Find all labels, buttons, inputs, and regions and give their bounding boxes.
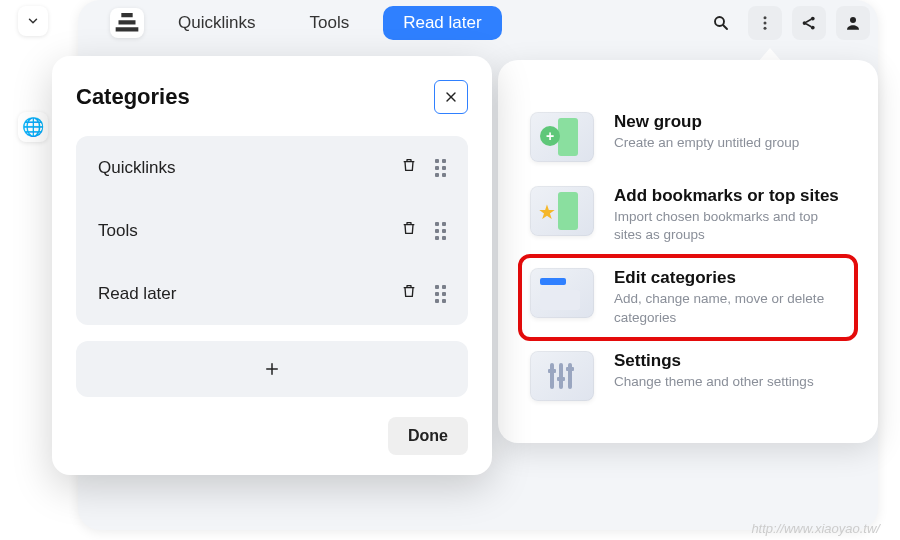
menu-sub: Add, change name, move or delete categor… (614, 290, 846, 326)
menu-item-new-group[interactable]: + New group Create an empty untitled gro… (520, 100, 856, 174)
add-category-button[interactable] (76, 341, 468, 397)
search-button[interactable] (704, 6, 738, 40)
collapse-button[interactable] (18, 6, 48, 36)
svg-line-8 (806, 19, 811, 22)
thumb-edit-categories (530, 268, 594, 318)
drag-handle[interactable] (435, 285, 446, 303)
tab-tools[interactable]: Tools (289, 6, 369, 40)
watermark: http://www.xiaoyao.tw/ (751, 521, 880, 536)
svg-point-2 (764, 16, 767, 19)
trash-icon (401, 219, 417, 237)
done-label: Done (408, 427, 448, 444)
menu-sub: Create an empty untitled group (614, 134, 846, 152)
tabs-row: Quicklinks Tools Read later (110, 6, 502, 40)
share-icon (800, 14, 818, 32)
svg-line-1 (723, 25, 727, 29)
menu-title: Settings (614, 351, 846, 371)
drag-handle[interactable] (435, 159, 446, 177)
tab-read-later[interactable]: Read later (383, 6, 501, 40)
modal-title: Categories (76, 84, 190, 110)
delete-button[interactable] (401, 282, 417, 305)
top-actions (704, 6, 870, 40)
category-label: Read later (98, 284, 176, 304)
svg-point-4 (764, 27, 767, 30)
svg-point-10 (850, 17, 856, 23)
stack-button[interactable] (110, 8, 144, 38)
trash-icon (401, 156, 417, 174)
plus-icon (263, 360, 281, 378)
tab-label: Read later (403, 13, 481, 33)
menu-title: Add bookmarks or top sites (614, 186, 846, 206)
menu-title: New group (614, 112, 846, 132)
category-row[interactable]: Quicklinks (76, 136, 468, 199)
tab-label: Quicklinks (178, 13, 255, 33)
close-button[interactable] (434, 80, 468, 114)
search-icon (712, 14, 730, 32)
extension-icon[interactable]: 🌐 (18, 112, 48, 142)
category-list: Quicklinks Tools Read later (76, 136, 468, 325)
menu-item-add-bookmarks[interactable]: ★ Add bookmarks or top sites Import chos… (520, 174, 856, 256)
tab-label: Tools (309, 13, 349, 33)
svg-point-3 (764, 22, 767, 25)
account-button[interactable] (836, 6, 870, 40)
category-label: Quicklinks (98, 158, 175, 178)
menu-panel: + New group Create an empty untitled gro… (498, 60, 878, 443)
menu-sub: Change theme and other settings (614, 373, 846, 391)
svg-line-9 (806, 24, 811, 27)
drag-handle[interactable] (435, 222, 446, 240)
menu-sub: Import chosen bookmarks and top sites as… (614, 208, 846, 244)
menu-title: Edit categories (614, 268, 846, 288)
thumb-add-bookmarks: ★ (530, 186, 594, 236)
category-row[interactable]: Tools (76, 199, 468, 262)
delete-button[interactable] (401, 156, 417, 179)
delete-button[interactable] (401, 219, 417, 242)
thumb-settings (530, 351, 594, 401)
more-button[interactable] (748, 6, 782, 40)
done-button[interactable]: Done (388, 417, 468, 455)
stack-icon (110, 6, 144, 40)
menu-item-settings[interactable]: Settings Change theme and other settings (520, 339, 856, 413)
categories-modal: Categories Quicklinks Tools Read later (52, 56, 492, 475)
menu-item-edit-categories[interactable]: Edit categories Add, change name, move o… (520, 256, 856, 338)
chrome-icon: 🌐 (22, 116, 44, 138)
category-row[interactable]: Read later (76, 262, 468, 325)
person-icon (844, 14, 862, 32)
share-button[interactable] (792, 6, 826, 40)
more-vertical-icon (756, 14, 774, 32)
chevron-down-icon (26, 14, 40, 28)
trash-icon (401, 282, 417, 300)
category-label: Tools (98, 221, 138, 241)
close-icon (443, 89, 459, 105)
tab-quicklinks[interactable]: Quicklinks (158, 6, 275, 40)
thumb-new-group: + (530, 112, 594, 162)
